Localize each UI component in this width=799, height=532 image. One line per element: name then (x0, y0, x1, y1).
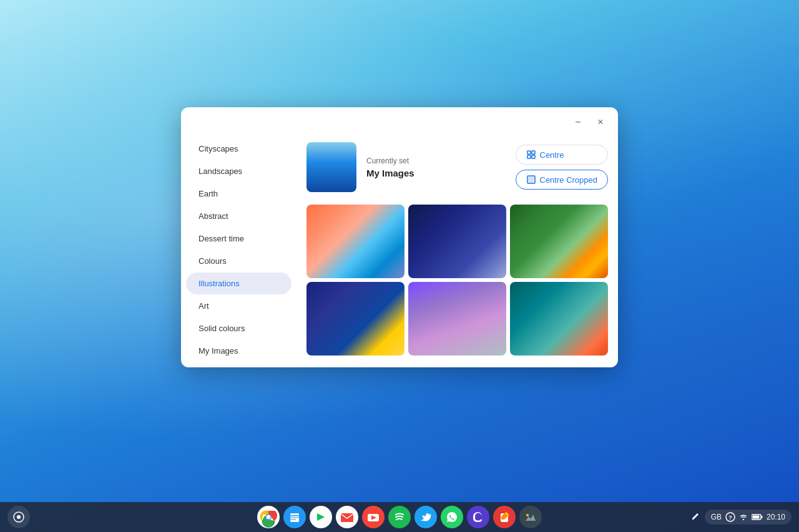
sidebar-item-illustrations[interactable]: Illustrations (186, 273, 292, 294)
taskbar-left (7, 506, 30, 528)
taskbar-app10[interactable] (519, 506, 542, 528)
battery-label: GB (711, 513, 722, 521)
wallpaper-item-5[interactable] (408, 282, 506, 355)
pen-icon-button[interactable] (690, 512, 700, 522)
taskbar-app9[interactable] (493, 506, 516, 528)
launcher-icon (12, 511, 25, 523)
taskbar-gmail[interactable] (336, 506, 358, 528)
clock: 20:10 (767, 513, 785, 521)
dialog-body: Cityscapes Landscapes Earth Abstract Des… (181, 132, 618, 367)
gmail-icon (336, 506, 358, 528)
sidebar-item-art[interactable]: Art (186, 295, 292, 317)
wallpaper-item-6[interactable] (510, 282, 608, 355)
minimize-button[interactable]: − (568, 112, 588, 132)
taskbar-chrome[interactable] (257, 506, 280, 528)
centre-cropped-button[interactable]: Centre Cropped (516, 170, 609, 190)
taskbar-center (257, 506, 542, 528)
taskbar-spotify[interactable] (388, 506, 411, 528)
wifi-icon (739, 513, 748, 521)
wallpaper-dialog: − × Cityscapes Landscapes Earth Abstract… (181, 107, 618, 367)
currently-set-row: Currently set My Images Centre (306, 132, 608, 205)
system-tray[interactable]: GB ? 20:10 (705, 510, 792, 525)
taskbar-play[interactable] (310, 506, 332, 528)
youtube-icon (362, 506, 385, 528)
taskbar-youtube[interactable] (362, 506, 385, 528)
svg-rect-3 (532, 155, 535, 158)
sidebar-item-landscapes[interactable]: Landscapes (186, 160, 292, 182)
taskbar-files[interactable] (283, 506, 306, 528)
svg-rect-5 (529, 177, 534, 182)
play-icon (310, 506, 332, 528)
currently-set-name: My Images (366, 168, 506, 178)
wallpaper-item-3[interactable] (510, 205, 608, 278)
twitter-icon (414, 506, 437, 528)
wallpaper-grid (306, 205, 608, 355)
taskbar: GB ? 20:10 (0, 502, 799, 532)
svg-point-6 (17, 515, 21, 519)
sidebar-item-dessert-time[interactable]: Dessert time (186, 228, 292, 249)
current-wallpaper-preview (306, 142, 356, 192)
spotify-icon (388, 506, 411, 528)
sidebar-item-cityscapes[interactable]: Cityscapes (186, 138, 292, 160)
launcher-button[interactable] (7, 506, 30, 528)
sidebar-item-earth[interactable]: Earth (186, 183, 292, 205)
taskbar-mastodon[interactable] (467, 506, 489, 528)
svg-rect-15 (341, 513, 353, 522)
dialog-titlebar: − × (181, 107, 618, 132)
svg-point-10 (267, 515, 271, 520)
files-icon (283, 506, 306, 528)
close-button[interactable]: × (591, 112, 610, 132)
whatsapp-icon (441, 506, 463, 528)
centre-button[interactable]: Centre (516, 145, 609, 165)
position-buttons: Centre Centre Cropped (516, 145, 609, 190)
help-icon: ? (725, 512, 735, 522)
sidebar-item-abstract[interactable]: Abstract (186, 205, 292, 227)
main-content: Currently set My Images Centre (297, 132, 618, 367)
preview-thumb-inner (306, 142, 356, 192)
taskbar-whatsapp[interactable] (441, 506, 463, 528)
crop-icon (526, 175, 536, 185)
wallpaper-item-1[interactable] (306, 205, 404, 278)
taskbar-right: GB ? 20:10 (690, 510, 792, 525)
svg-rect-29 (761, 516, 762, 518)
wallpaper-item-2[interactable] (408, 205, 506, 278)
pen-icon (690, 512, 700, 522)
svg-rect-1 (532, 151, 535, 154)
sidebar-item-colours[interactable]: Colours (186, 250, 292, 272)
svg-rect-0 (527, 151, 531, 154)
taskbar-twitter[interactable] (414, 506, 437, 528)
svg-rect-2 (527, 155, 531, 158)
svg-point-25 (526, 514, 529, 516)
svg-point-18 (388, 506, 411, 528)
battery-icon (752, 513, 763, 521)
sidebar-item-solid-colours[interactable]: Solid colours (186, 317, 292, 339)
sidebar-item-my-images[interactable]: My Images (186, 340, 292, 362)
svg-rect-30 (752, 516, 759, 519)
sidebar: Cityscapes Landscapes Earth Abstract Des… (181, 132, 297, 367)
svg-text:?: ? (728, 515, 732, 521)
svg-point-24 (519, 506, 542, 528)
currently-set-label: Currently set (366, 157, 506, 165)
app9-icon (493, 506, 516, 528)
chrome-icon (257, 506, 280, 528)
currently-set-info: Currently set My Images (366, 157, 506, 178)
wallpaper-item-4[interactable] (306, 282, 404, 355)
grid-icon (526, 150, 536, 160)
mastodon-icon (467, 506, 489, 528)
app10-icon (519, 506, 542, 528)
